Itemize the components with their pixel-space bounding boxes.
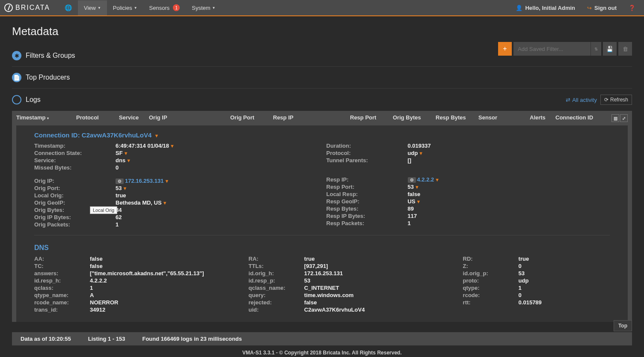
nav-globe[interactable]: 🌐: [59, 0, 78, 15]
col-resp-port[interactable]: Resp Port: [350, 114, 393, 122]
value-rtt: 0.015789: [519, 299, 542, 306]
col-resp-bytes[interactable]: Resp Bytes: [436, 114, 478, 122]
label-id-resp-p: id.resp_p:: [249, 277, 304, 284]
col-resp-ip[interactable]: Resp IP: [273, 114, 350, 122]
dns-col-3: RD:true Z:0 id.orig_p:53 proto:udp qtype…: [463, 255, 610, 313]
dns-col-2: RA:true TTLs:[937,291] id.orig_h:172.16.…: [249, 255, 454, 313]
pivot-button[interactable]: ⚙: [408, 177, 416, 183]
all-activity-link[interactable]: ⇄All activity: [566, 95, 597, 105]
value-resp-ip: ⚙4.2.2.2▼: [408, 176, 440, 183]
value-missed-bytes: 0: [116, 164, 119, 171]
resp-ip-link[interactable]: 4.2.2.2: [417, 176, 434, 183]
nav-view[interactable]: View ▼: [78, 0, 107, 15]
col-orig-bytes[interactable]: Orig Bytes: [393, 114, 436, 122]
value-orig-ip-bytes: 62: [116, 214, 122, 220]
col-timestamp[interactable]: Timestamp ▾: [16, 114, 76, 122]
navbar: BRICATA 🌐 View ▼ Policies ▼ Sensors1 Sys…: [0, 0, 644, 16]
col-alerts[interactable]: Alerts: [530, 114, 555, 122]
label-orig-port: Orig Port:: [34, 185, 116, 191]
value-id-resp-h: 4.2.2.2: [90, 277, 107, 284]
label-missed-bytes: Missed Bytes:: [34, 164, 116, 171]
value-service: dns▼: [116, 157, 131, 164]
sensors-badge: 1: [173, 4, 180, 11]
value-resp-bytes: 89: [408, 205, 414, 212]
add-filter-button[interactable]: +: [498, 42, 512, 56]
table-header: Timestamp ▾ Protocol Service Orig IP Ori…: [12, 111, 632, 125]
filter-icon[interactable]: ▼: [164, 178, 169, 184]
filter-icon[interactable]: ▼: [435, 177, 439, 182]
filter-icon[interactable]: ▼: [163, 200, 167, 205]
caret-down-icon: ▼: [212, 6, 216, 10]
value-resp-port: 53▼: [408, 184, 419, 190]
label-qtype-name: qtype_name:: [34, 292, 90, 298]
table-tools: ▥ ⤢: [611, 114, 628, 122]
label-resp-ip-bytes: Resp IP Bytes:: [326, 213, 408, 219]
nav-user[interactable]: 👤Hello, Initial Admin: [511, 1, 579, 15]
expand-button[interactable]: ⤢: [620, 114, 628, 122]
logs-header[interactable]: Logs ⇄All activity ⟳Refresh: [12, 95, 632, 105]
col-orig-ip[interactable]: Orig IP: [149, 114, 230, 122]
sort-icon: ▾: [47, 116, 49, 120]
detail-col-orig: Timestamp:6:49:47:314 01/04/18▼ Connecti…: [34, 142, 318, 228]
pivot-button[interactable]: ⚙: [116, 178, 124, 184]
value-tunnel-parents: []: [408, 157, 412, 164]
brand-logo[interactable]: BRICATA: [4, 3, 50, 12]
label-rejected: rejected:: [249, 299, 304, 306]
label-resp-port: Resp Port:: [326, 184, 408, 190]
value-answers: ["time.microsoft.akadns.net","65.55.21.1…: [90, 270, 204, 277]
filters-groups-title: Filters & Groups: [26, 52, 75, 60]
filter-icon[interactable]: ▼: [170, 143, 175, 149]
col-sensor[interactable]: Sensor: [478, 114, 530, 122]
label-timestamp: Timestamp:: [34, 143, 116, 149]
label-duration: Duration:: [326, 143, 408, 149]
label-rd: RD:: [463, 256, 519, 262]
dns-col-1: AA:false TC:false answers:["time.microso…: [34, 255, 240, 313]
value-orig-ip: ⚙172.16.253.131▼: [116, 178, 169, 184]
label-conn-state: Connection State:: [34, 150, 116, 156]
filter-icon[interactable]: ▼: [415, 184, 419, 190]
saved-filter-select[interactable]: ⇅: [513, 42, 601, 56]
nav-help[interactable]: ❓: [624, 1, 640, 15]
label-query: query:: [249, 292, 304, 298]
nav-sensors[interactable]: Sensors1: [143, 0, 186, 15]
filter-icon[interactable]: ▼: [416, 199, 421, 204]
nav-system[interactable]: System ▼: [186, 0, 221, 15]
label-orig-ip-bytes: Orig IP Bytes:: [34, 214, 116, 220]
content: Metadata + ⇅ 💾 🗑 ✱ Filters & Groups 📄 To…: [0, 16, 644, 345]
save-button[interactable]: 💾: [603, 42, 617, 56]
label-ra: RA:: [249, 256, 304, 262]
refresh-button[interactable]: ⟳Refresh: [600, 95, 632, 105]
label-rcode: rcode:: [463, 292, 519, 298]
logo-icon: [4, 3, 13, 12]
col-connection-id[interactable]: Connection ID: [555, 114, 602, 122]
label-id-resp-h: id.resp_h:: [34, 277, 90, 284]
label-uid: uid:: [249, 306, 304, 313]
filter-icon[interactable]: ▼: [126, 158, 131, 163]
top-producers-header[interactable]: 📄 Top Producers: [12, 73, 632, 82]
col-protocol[interactable]: Protocol: [76, 114, 119, 122]
value-timestamp: 6:49:47:314 01/04/18▼: [116, 143, 175, 149]
value-resp-ip-bytes: 117: [408, 213, 417, 219]
col-orig-port[interactable]: Orig Port: [230, 114, 273, 122]
delete-button[interactable]: 🗑: [618, 42, 632, 56]
filter-icon[interactable]: ▼: [154, 133, 159, 138]
status-found: Found 166469 logs in 23 milliseconds: [142, 336, 242, 342]
section-logs: Logs ⇄All activity ⟳Refresh Timestamp ▾ …: [12, 89, 632, 328]
select-arrows-icon: ⇅: [591, 42, 601, 56]
filter-icon[interactable]: ▼: [122, 186, 127, 191]
saved-filter-input[interactable]: [513, 42, 591, 56]
value-ttls: [937,291]: [304, 263, 328, 269]
col-service[interactable]: Service: [119, 114, 149, 122]
scroll-top-button[interactable]: Top: [614, 320, 632, 331]
label-resp-bytes: Resp Bytes:: [326, 205, 408, 212]
value-rd: true: [519, 256, 529, 262]
signout-icon: ↪: [587, 5, 592, 11]
orig-ip-link[interactable]: 172.16.253.131: [125, 178, 163, 184]
logs-table: Timestamp ▾ Protocol Service Orig IP Ori…: [12, 111, 632, 322]
nav-policies[interactable]: Policies ▼: [107, 0, 143, 15]
columns-button[interactable]: ▥: [611, 114, 619, 122]
filter-icon[interactable]: ▼: [418, 151, 423, 156]
filter-icon[interactable]: ▼: [124, 151, 128, 156]
value-id-orig-p: 53: [519, 270, 525, 277]
nav-signout[interactable]: ↪Sign out: [583, 1, 621, 15]
